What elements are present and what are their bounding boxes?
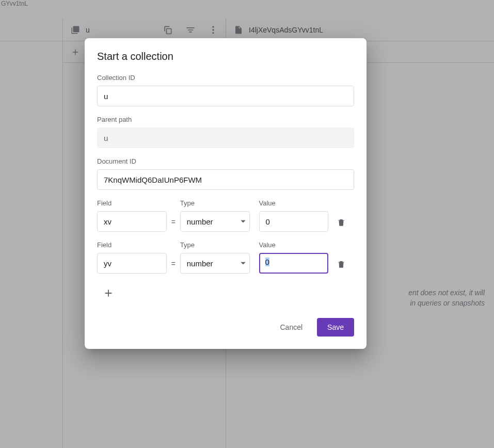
breadcrumb-fragment: GYvv1tnL (1, 0, 28, 7)
field-value-label: Value (259, 199, 329, 207)
svg-point-1 (212, 26, 214, 27)
field-type-label: Type (180, 199, 250, 207)
panel-left (0, 19, 63, 448)
document-label: I4ljXeVqsAdsGYvv1tnL (249, 26, 323, 34)
field-value-input[interactable] (259, 253, 329, 274)
plus-icon (69, 46, 82, 58)
cancel-button[interactable]: Cancel (269, 318, 313, 337)
start-collection-dialog: Start a collection Collection ID Parent … (85, 38, 366, 349)
parent-path-input (97, 127, 354, 148)
delete-field-button[interactable] (333, 257, 349, 272)
collection-label: u (86, 26, 90, 34)
svg-point-3 (212, 32, 214, 34)
field-name-label: Field (97, 199, 167, 207)
filter-icon[interactable] (184, 24, 197, 36)
field-value-input[interactable] (259, 211, 329, 232)
delete-field-button[interactable] (333, 215, 349, 230)
collection-id-input[interactable] (97, 86, 354, 106)
dialog-title: Start a collection (97, 51, 354, 62)
field-name-input[interactable] (97, 211, 167, 232)
document-id-label: Document ID (97, 157, 354, 165)
document-id-input[interactable] (97, 169, 354, 190)
field-type-select[interactable] (180, 211, 250, 232)
save-button[interactable]: Save (317, 318, 354, 337)
equals-separator: = (167, 260, 180, 274)
field-row: Field = Type Value (97, 199, 354, 232)
svg-point-2 (212, 29, 214, 30)
more-vert-icon[interactable] (207, 24, 219, 36)
field-type-label: Type (180, 241, 250, 249)
add-field-button[interactable] (99, 284, 118, 302)
field-name-label: Field (97, 241, 167, 249)
collection-id-label: Collection ID (97, 74, 354, 82)
field-row: Field = Type Value 0 (97, 241, 354, 274)
copy-icon[interactable] (162, 24, 174, 36)
document-icon (232, 24, 245, 36)
svg-rect-0 (167, 28, 171, 34)
equals-separator: = (167, 218, 180, 232)
parent-path-label: Parent path (97, 116, 354, 123)
field-type-select[interactable] (180, 253, 250, 274)
panel-left-header (0, 19, 62, 41)
field-value-label: Value (259, 241, 329, 249)
collection-icon (69, 24, 82, 36)
field-name-input[interactable] (97, 253, 167, 274)
